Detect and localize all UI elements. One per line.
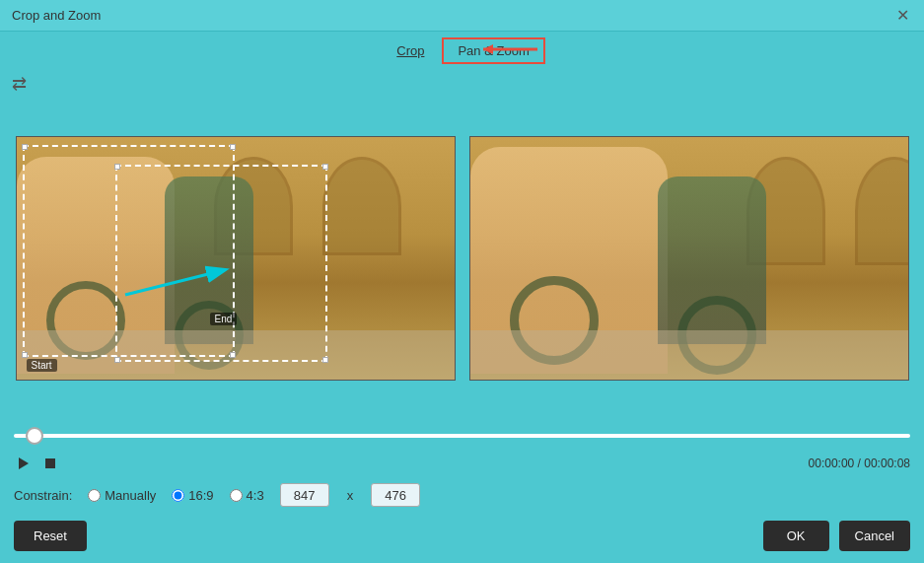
dialog-title: Crop and Zoom bbox=[12, 8, 101, 23]
constrain-label: Constrain: bbox=[14, 488, 72, 503]
ratio-4-3-label[interactable]: 4:3 bbox=[247, 488, 264, 503]
left-preview-panel: Start End bbox=[16, 136, 456, 381]
svg-rect-5 bbox=[45, 458, 55, 468]
bottom-row: Reset OK Cancel bbox=[0, 513, 924, 563]
playback-controls bbox=[14, 454, 59, 473]
time-display: 00:00:00 / 00:00:08 bbox=[809, 457, 910, 470]
title-bar: Crop and Zoom ✕ bbox=[0, 0, 924, 32]
width-input[interactable] bbox=[280, 483, 329, 507]
playback-row: 00:00:00 / 00:00:08 bbox=[0, 450, 924, 477]
pan-arrow bbox=[115, 255, 244, 305]
tab-crop[interactable]: Crop bbox=[379, 37, 442, 64]
play-icon bbox=[17, 457, 31, 470]
radio-manually-input[interactable] bbox=[88, 489, 101, 502]
preview-area: Start End bbox=[0, 99, 924, 418]
svg-line-3 bbox=[125, 270, 224, 295]
radio-4-3-input[interactable] bbox=[230, 489, 243, 502]
tab-bar: Crop Pan & Zoom bbox=[0, 32, 924, 69]
close-button[interactable]: ✕ bbox=[892, 6, 912, 26]
stop-button[interactable] bbox=[41, 455, 59, 472]
red-arrow-annotation bbox=[473, 35, 542, 63]
timeline-area bbox=[0, 418, 924, 450]
stop-icon bbox=[44, 457, 56, 469]
reset-button[interactable]: Reset bbox=[14, 521, 87, 551]
radio-4-3: 4:3 bbox=[230, 488, 264, 503]
slider-track[interactable] bbox=[14, 434, 910, 438]
ok-button[interactable]: OK bbox=[763, 521, 829, 551]
dim-x-separator: x bbox=[347, 488, 354, 503]
height-input[interactable] bbox=[371, 483, 420, 507]
left-image: Start End bbox=[17, 137, 455, 380]
right-image bbox=[470, 137, 908, 380]
radio-manually: Manually bbox=[88, 488, 156, 503]
slider-thumb[interactable] bbox=[26, 427, 43, 445]
svg-marker-4 bbox=[19, 457, 29, 469]
constrain-row: Constrain: Manually 16:9 4:3 x bbox=[0, 477, 924, 513]
loop-area: ⇄ bbox=[0, 69, 924, 99]
confirm-buttons: OK Cancel bbox=[763, 521, 910, 551]
play-button[interactable] bbox=[14, 454, 34, 473]
radio-16-9-input[interactable] bbox=[172, 489, 184, 502]
ratio-16-9-label[interactable]: 16:9 bbox=[188, 488, 213, 503]
cancel-button[interactable]: Cancel bbox=[839, 521, 910, 551]
loop-icon[interactable]: ⇄ bbox=[12, 73, 27, 95]
manually-label[interactable]: Manually bbox=[105, 488, 156, 503]
start-label: Start bbox=[27, 359, 57, 372]
crop-zoom-dialog: Crop and Zoom ✕ Crop Pan & Zoom ⇄ bbox=[0, 0, 924, 563]
svg-marker-1 bbox=[483, 44, 493, 54]
radio-16-9: 16:9 bbox=[172, 488, 213, 503]
end-label: End bbox=[210, 313, 238, 325]
right-preview-panel bbox=[469, 136, 909, 381]
